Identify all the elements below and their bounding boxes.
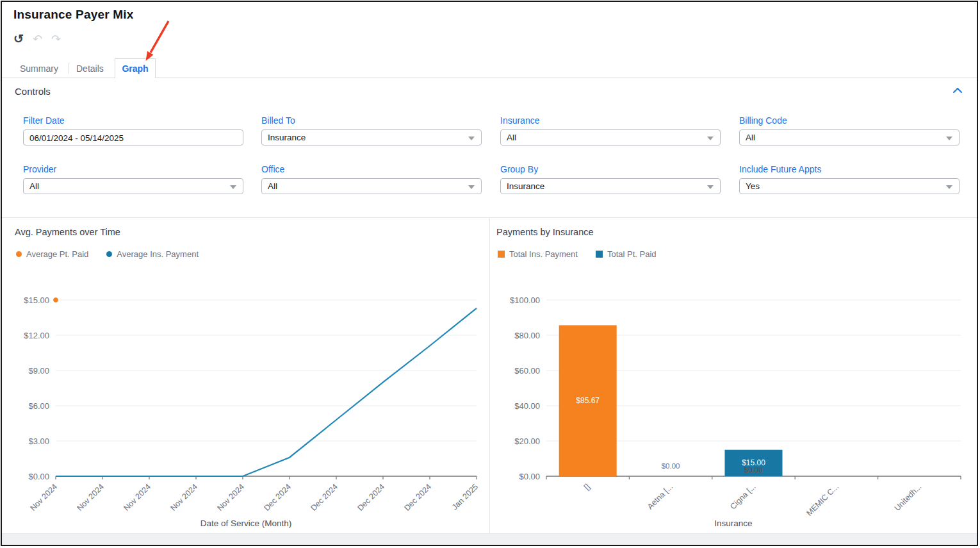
svg-text:Nov 2024: Nov 2024 (28, 482, 59, 513)
billing-code-label: Billing Code (739, 115, 960, 126)
svg-text:Dec 2024: Dec 2024 (355, 482, 386, 513)
svg-text:$20.00: $20.00 (514, 436, 540, 446)
svg-text:$85.67: $85.67 (576, 396, 600, 405)
group-by-value: Insurance (507, 181, 544, 191)
insurance-select[interactable]: All (500, 129, 721, 145)
provider-select[interactable]: All (23, 178, 243, 194)
svg-text:$40.00: $40.00 (514, 401, 540, 411)
legend-item-total-ins-payment[interactable]: Total Ins. Payment (498, 249, 578, 259)
include-future-appts-select[interactable]: Yes (739, 178, 960, 194)
insurance-label: Insurance (500, 115, 721, 126)
svg-text:$3.00: $3.00 (28, 436, 49, 446)
horizontal-scrollbar[interactable] (2, 533, 977, 545)
charts-section: Avg. Payments over Time Average Pt. Paid… (2, 219, 977, 533)
filter-date-field: Filter Date (23, 115, 243, 145)
svg-text:$6.00: $6.00 (28, 401, 49, 411)
svg-text:Date of Service (Month): Date of Service (Month) (200, 519, 292, 528)
group-by-field: Group By Insurance (500, 164, 721, 194)
office-label: Office (261, 164, 482, 174)
svg-text:[]: [] (582, 482, 592, 492)
svg-text:$0.00: $0.00 (744, 466, 763, 474)
toolbar: ↺ ↶ ↷ (13, 33, 61, 46)
svg-text:Aetna [...: Aetna [... (646, 482, 674, 511)
chevron-down-icon (946, 137, 952, 144)
chevron-down-icon (468, 137, 475, 144)
include-future-appts-label: Include Future Appts (739, 164, 960, 174)
chevron-down-icon (707, 185, 714, 192)
payments-by-insurance-chart-panel: Payments by Insurance Total Ins. Payment… (490, 219, 977, 533)
redo-icon[interactable]: ↷ (51, 33, 61, 46)
controls-header: Controls (15, 86, 51, 97)
svg-text:Nov 2024: Nov 2024 (122, 482, 152, 513)
group-by-label: Group By (500, 164, 721, 174)
svg-text:Dec 2024: Dec 2024 (402, 482, 433, 513)
avg-payments-chart-title: Avg. Payments over Time (15, 227, 120, 237)
billed-to-field: Billed To Insurance (261, 115, 482, 145)
billing-code-value: All (746, 133, 755, 142)
svg-text:$12.00: $12.00 (24, 331, 49, 340)
legend-label: Total Ins. Payment (509, 249, 578, 259)
svg-text:$80.00: $80.00 (514, 331, 540, 340)
insurance-value: All (507, 133, 516, 142)
svg-text:Dec 2024: Dec 2024 (262, 482, 293, 513)
chevron-down-icon (946, 185, 952, 192)
chevron-down-icon (468, 185, 475, 192)
chevron-down-icon (707, 137, 714, 144)
app-window: Insurance Payer Mix ↺ ↶ ↷ Summary Detail… (1, 1, 978, 546)
payments-by-insurance-bar-chart: $0.00$20.00$40.00$60.00$80.00$100.00[]Ae… (490, 265, 977, 534)
include-future-appts-value: Yes (746, 181, 760, 191)
provider-label: Provider (23, 164, 243, 174)
svg-text:$100.00: $100.00 (510, 295, 540, 305)
svg-text:Cigna [...: Cigna [... (728, 482, 757, 511)
undo-icon[interactable]: ↶ (33, 33, 42, 46)
tab-graph[interactable]: Graph (115, 58, 156, 78)
billing-code-select[interactable]: All (739, 129, 960, 145)
legend-item-total-pt-paid[interactable]: Total Pt. Paid (596, 249, 657, 259)
filter-date-label: Filter Date (23, 115, 243, 126)
filter-date-input[interactable] (23, 129, 243, 145)
svg-text:Nov 2024: Nov 2024 (75, 482, 106, 513)
billed-to-value: Insurance (268, 133, 306, 142)
svg-text:Jan 2025: Jan 2025 (450, 482, 480, 511)
avg-payments-line-chart: $0.00$3.00$6.00$9.00$12.00$15.00Nov 2024… (2, 265, 490, 534)
include-future-appts-field: Include Future Appts Yes (739, 164, 960, 194)
group-by-select[interactable]: Insurance (500, 178, 721, 194)
svg-text:$60.00: $60.00 (514, 366, 540, 376)
billing-code-field: Billing Code All (739, 115, 960, 145)
svg-text:$0.00: $0.00 (662, 462, 680, 470)
orange-dot-icon (16, 251, 22, 257)
svg-text:Dec 2024: Dec 2024 (309, 482, 339, 513)
orange-square-icon (498, 251, 505, 258)
provider-field: Provider All (23, 164, 243, 194)
controls-panel: Controls Filter Date Billed To Insurance… (2, 78, 977, 218)
avg-payments-legend: Average Pt. Paid Average Ins. Payment (16, 249, 199, 259)
legend-item-average-pt-paid[interactable]: Average Pt. Paid (16, 249, 88, 259)
svg-text:Nov 2024: Nov 2024 (168, 482, 199, 513)
svg-text:$0.00: $0.00 (519, 472, 540, 481)
refresh-icon[interactable]: ↺ (13, 33, 24, 46)
legend-item-average-ins-payment[interactable]: Average Ins. Payment (106, 249, 199, 259)
billed-to-select[interactable]: Insurance (261, 129, 482, 145)
office-field: Office All (261, 164, 482, 194)
svg-text:$9.00: $9.00 (28, 366, 49, 376)
payments-by-insurance-legend: Total Ins. Payment Total Pt. Paid (498, 249, 657, 259)
svg-text:MEMIC C...: MEMIC C... (804, 482, 840, 518)
office-select[interactable]: All (261, 178, 482, 194)
provider-value: All (29, 181, 39, 191)
office-value: All (268, 181, 277, 191)
tab-divider (69, 63, 69, 74)
legend-label: Total Pt. Paid (607, 249, 657, 259)
legend-label: Average Pt. Paid (26, 249, 88, 259)
collapse-chevron-up-icon[interactable] (952, 87, 963, 94)
blue-square-icon (596, 251, 603, 258)
tab-details[interactable]: Details (76, 63, 104, 74)
billed-to-label: Billed To (261, 115, 482, 126)
page-title: Insurance Payer Mix (13, 8, 134, 22)
svg-text:$0.00: $0.00 (28, 472, 49, 481)
insurance-field: Insurance All (500, 115, 721, 145)
legend-label: Average Ins. Payment (117, 249, 199, 259)
svg-text:Insurance: Insurance (714, 519, 752, 528)
svg-text:$15.00: $15.00 (24, 295, 49, 305)
tab-summary[interactable]: Summary (20, 63, 58, 74)
svg-text:Unitedh...: Unitedh... (893, 482, 924, 513)
